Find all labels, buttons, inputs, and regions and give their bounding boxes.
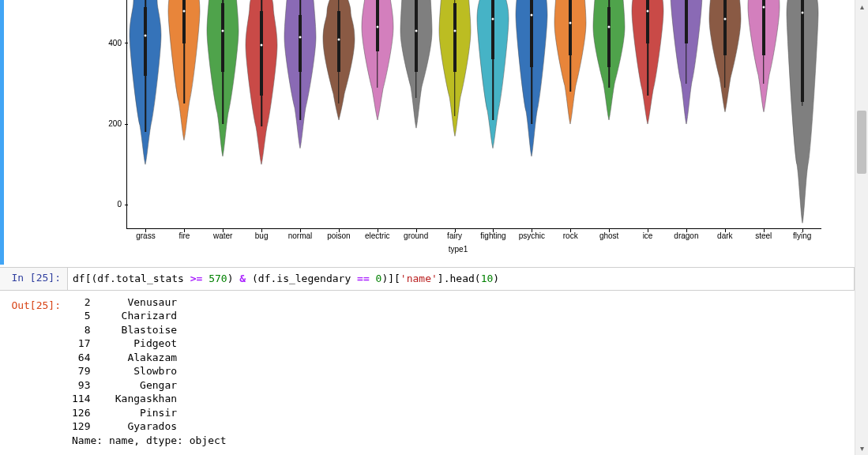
x-tick: electric bbox=[358, 231, 396, 240]
violin-normal bbox=[281, 0, 320, 229]
jupyter-page: total_stats type1 0200400 grassfirewater… bbox=[0, 0, 868, 455]
violin-ice bbox=[629, 0, 667, 229]
scroll-thumb[interactable] bbox=[857, 111, 866, 174]
x-tick: fairy bbox=[435, 231, 474, 240]
x-tick: fire bbox=[165, 231, 204, 240]
violin-grass bbox=[126, 0, 165, 229]
y-tick: 400 bbox=[98, 39, 122, 47]
violin-rock bbox=[551, 0, 590, 229]
code-output-row: Out[25]: 2 Venusaur 5 Charizard 8 Blasto… bbox=[0, 291, 855, 448]
violin-steel bbox=[744, 0, 783, 229]
x-tick: ghost bbox=[590, 231, 629, 240]
vertical-scrollbar[interactable]: ▴ ▾ bbox=[855, 0, 868, 455]
x-axis-label: type1 bbox=[79, 245, 837, 254]
violin-plot: total_stats type1 0200400 grassfirewater… bbox=[79, 0, 837, 259]
x-tick: steel bbox=[744, 231, 783, 240]
violin-dragon bbox=[667, 0, 705, 229]
violin-ghost bbox=[590, 0, 629, 229]
x-ticks: grassfirewaterbugnormalpoisonelectricgro… bbox=[126, 231, 821, 240]
x-tick: bug bbox=[242, 231, 281, 240]
scroll-down-button[interactable]: ▾ bbox=[855, 442, 868, 455]
code-cell: In [25]: df[(df.total_stats >= 570) & (d… bbox=[0, 267, 855, 448]
plot-output-area: total_stats type1 0200400 grassfirewater… bbox=[0, 0, 855, 265]
violins-container bbox=[126, 0, 821, 229]
violin-poison bbox=[319, 0, 358, 229]
violin-psychic bbox=[513, 0, 551, 229]
x-tick: normal bbox=[281, 231, 320, 240]
violin-flying bbox=[783, 0, 821, 229]
x-tick: psychic bbox=[513, 231, 551, 240]
x-tick: poison bbox=[319, 231, 358, 240]
x-tick: grass bbox=[126, 231, 165, 240]
code-input-row: In [25]: df[(df.total_stats >= 570) & (d… bbox=[0, 267, 855, 291]
x-tick: flying bbox=[783, 231, 821, 240]
violin-ground bbox=[396, 0, 435, 229]
violin-electric bbox=[358, 0, 396, 229]
code-editor[interactable]: df[(df.total_stats >= 570) & (df.is_lege… bbox=[67, 268, 854, 290]
x-tick: dragon bbox=[667, 231, 705, 240]
violin-water bbox=[204, 0, 242, 229]
x-tick: rock bbox=[551, 231, 590, 240]
y-tick: 200 bbox=[98, 119, 122, 128]
x-tick: ice bbox=[629, 231, 667, 240]
violin-bug bbox=[242, 0, 281, 229]
output-text: 2 Venusaur 5 Charizard 8 Blastoise 17 Pi… bbox=[67, 295, 855, 448]
violin-dark bbox=[705, 0, 744, 229]
x-tick: water bbox=[204, 231, 242, 240]
x-tick: fighting bbox=[474, 231, 513, 240]
output-prompt: Out[25]: bbox=[0, 295, 67, 315]
x-tick: ground bbox=[396, 231, 435, 240]
violin-fighting bbox=[474, 0, 513, 229]
scroll-up-button[interactable]: ▴ bbox=[855, 0, 868, 13]
input-prompt: In [25]: bbox=[0, 268, 67, 288]
violin-fire bbox=[165, 0, 204, 229]
y-tick: 0 bbox=[98, 200, 122, 209]
x-tick: dark bbox=[705, 231, 744, 240]
violin-fairy bbox=[435, 0, 474, 229]
